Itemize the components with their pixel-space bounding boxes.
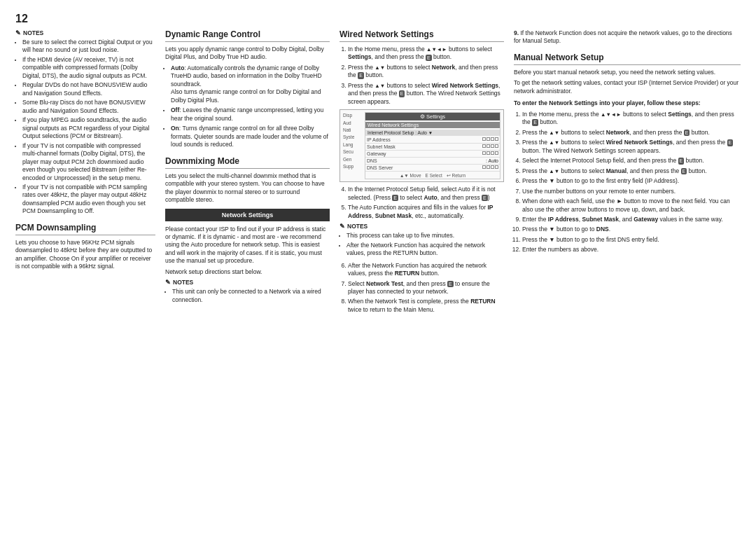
auto-label: Auto — [171, 64, 184, 71]
manual-step-9: Enter the IP Address, Subnet Mask, and G… — [522, 216, 741, 223]
network-settings-box: Network Settings — [165, 209, 330, 221]
notes-label-1: NOTES — [23, 29, 43, 36]
notes-item: If you play MPEG audio soundtracks, the … — [22, 116, 155, 140]
notes-item-3b: After the Network Function has acquired … — [346, 242, 504, 258]
pcm-text: Lets you choose to have 96KHz PCM signal… — [15, 239, 155, 271]
notes-block-1: ✎ NOTES Be sure to select the correct Di… — [15, 29, 155, 216]
settings-screen: DispAudNatiSysteLangSecuGenSupp ⚙ Settin… — [340, 109, 504, 182]
notes-item: Regular DVDs do not have BONUSVIEW audio… — [22, 81, 155, 97]
manual-step-11: Press the ▼ button to go to the first DN… — [522, 236, 741, 244]
auto-item: Auto: Automatically controls the dynamic… — [171, 64, 330, 104]
column-2: Dynamic Range Control Lets you apply dyn… — [165, 29, 330, 317]
wired-step-5: The Auto Function acquires and fills in … — [348, 204, 504, 220]
step9-number: 9. — [514, 29, 519, 36]
manual-intro: Before you start manual network setup, y… — [514, 69, 741, 76]
auto-also: Also turns dynamic range control on for … — [171, 88, 321, 103]
manual-step-12: Enter the numbers as above. — [522, 246, 741, 254]
notes-item: If the HDMI device (AV receiver, TV) is … — [22, 56, 155, 80]
screen-row-subnet: Subnet Mask — [365, 144, 500, 151]
downmixing-title: Downmixing Mode — [165, 156, 330, 169]
notes-header-3: ✎ NOTES — [340, 223, 504, 230]
auto-text: : Automatically controls the dynamic ran… — [171, 64, 322, 88]
wired-step-8: When the Network Test is complete, press… — [348, 298, 504, 314]
manual-step-10: Press the ▼ button to go to DNS. — [522, 226, 741, 233]
notes-icon-3: ✎ — [340, 223, 345, 230]
wired-steps-continued: In the Internet Protocol Setup field, se… — [340, 186, 504, 220]
manual-contact: To get the network setting values, conta… — [514, 79, 741, 95]
notes-item: If your TV is not compatible with compre… — [22, 142, 155, 182]
wired-step-6: After the Network Function has acquired … — [348, 262, 504, 278]
manual-step-6: Press the ▼ button to go to the first en… — [522, 177, 741, 185]
wired-step-3: Press the ▲▼ buttons to select Wired Net… — [348, 82, 504, 106]
notes-item: If your TV is not compatible with PCM sa… — [22, 184, 155, 216]
dynamic-range-intro: Lets you apply dynamic range control to … — [165, 46, 330, 62]
notes-block-3: ✎ NOTES This process can take up to five… — [340, 223, 504, 257]
notes-list-3: This process can take up to five minutes… — [340, 232, 504, 257]
pcm-section: PCM Downsampling Lets you choose to have… — [15, 223, 155, 271]
notes-label-3: NOTES — [347, 223, 368, 230]
notes-item: Some Blu-ray Discs do not have BONUSVIEW… — [22, 99, 155, 115]
on-item: On: Turns dynamic range control on for a… — [171, 125, 330, 148]
screen-row-dns: DNS : Auto — [365, 158, 500, 165]
manual-bold-header: To enter the Network Settings into your … — [514, 99, 741, 107]
notes-icon: ✎ — [15, 29, 21, 36]
manual-step-3: Press the ▲▼ buttons to select Wired Net… — [522, 139, 741, 155]
notes-header-1: ✎ NOTES — [15, 29, 155, 36]
notes-list-1: Be sure to select the correct Digital Ou… — [15, 39, 155, 216]
column-1: ✎ NOTES Be sure to select the correct Di… — [15, 29, 155, 317]
notes-label-2: NOTES — [173, 279, 193, 286]
wired-steps-end: After the Network Function has acquired … — [340, 262, 504, 314]
screen-subtitle: Wired Network Settings — [365, 122, 500, 128]
manual-steps: In the Home menu, press the ▲▼◄► buttons… — [514, 111, 741, 254]
on-text: : Turns dynamic range control on for all… — [171, 125, 328, 148]
screen-footer: ▲▼ Move E Select ↩ Return — [365, 173, 500, 179]
manual-step-2: Press the ▲▼ buttons to select Network, … — [522, 129, 741, 137]
screen-row-dns-server: DNS Server — [365, 165, 500, 172]
notes-item: Be sure to select the correct Digital Ou… — [22, 39, 155, 55]
notes-header-2: ✎ NOTES — [165, 279, 330, 286]
column-4: 9. If the Network Function does not acqu… — [514, 29, 741, 317]
notes-item-2: This unit can only be connected to a Net… — [172, 288, 330, 304]
wired-step-1: In the Home menu, press the ▲▼◄► buttons… — [348, 46, 504, 62]
off-item: Off: Leaves the dynamic range uncompress… — [171, 106, 330, 123]
screen-row-ip: IP Address — [365, 137, 500, 144]
pcm-title: PCM Downsampling — [15, 223, 155, 235]
wired-step-4: In the Internet Protocol Setup field, se… — [348, 186, 504, 202]
manual-step-4: Select the Internet Protocol Setup field… — [522, 157, 741, 165]
manual-step-5: Press the ▲▼ buttons to select Manual, a… — [522, 167, 741, 175]
column-3: Wired Network Settings In the Home menu,… — [340, 29, 504, 317]
notes-list-2: This unit can only be connected to a Net… — [165, 288, 330, 304]
step9-text: 9. If the Network Function does not acqu… — [514, 29, 741, 46]
manual-title: Manual Network Setup — [514, 53, 741, 65]
dynamic-range-title: Dynamic Range Control — [165, 29, 330, 42]
screen-row-gateway: Gateway — [365, 151, 500, 158]
notes-block-2: ✎ NOTES This unit can only be connected … — [165, 279, 330, 304]
manual-step-1: In the Home menu, press the ▲▼◄► buttons… — [522, 111, 741, 127]
off-label: Off — [171, 106, 179, 113]
wired-steps: In the Home menu, press the ▲▼◄► buttons… — [340, 46, 504, 106]
manual-step-8: When done with each field, use the ► but… — [522, 198, 741, 214]
network-directions: Network setup directions start below. — [165, 268, 330, 276]
screen-title: ⚙ Settings — [365, 113, 500, 120]
manual-step-7: Use the number buttons on your remote to… — [522, 188, 741, 195]
wired-step-2: Press the ▲▼ buttons to select Network, … — [348, 64, 504, 80]
network-intro: Please contact your ISP to find out if y… — [165, 226, 330, 265]
off-text: : Leaves the dynamic range uncompressed,… — [171, 106, 323, 121]
downmixing-text: Lets you select the multi-channel downmi… — [165, 172, 330, 205]
notes-icon-2: ✎ — [165, 279, 171, 286]
wired-title: Wired Network Settings — [340, 29, 504, 42]
notes-item-3a: This process can take up to five minutes… — [346, 232, 504, 240]
dynamic-range-list: Auto: Automatically controls the dynamic… — [165, 64, 330, 149]
on-label: On — [171, 125, 179, 132]
wired-step-7: Select Network Test, and then press E to… — [348, 280, 504, 296]
page-number: 12 — [15, 13, 741, 25]
